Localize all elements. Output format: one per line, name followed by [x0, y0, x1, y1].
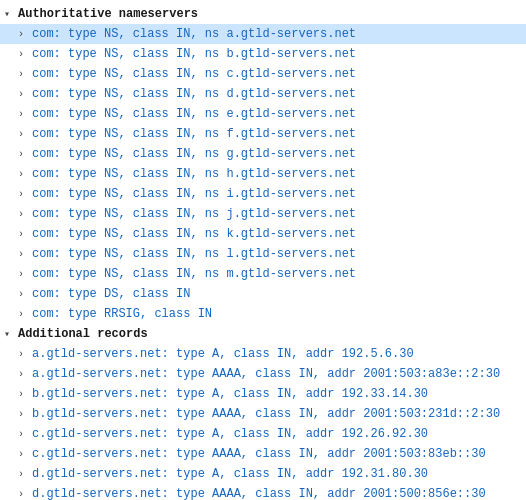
list-item[interactable]: › com: type NS, class IN, ns k.gtld-serv…	[0, 224, 526, 244]
row-text: com: type NS, class IN, ns e.gtld-server…	[32, 105, 356, 123]
additional-label: Additional records	[18, 325, 148, 343]
row-text: com: type NS, class IN, ns l.gtld-server…	[32, 245, 356, 263]
row-toggle[interactable]: ›	[18, 207, 32, 222]
row-text: com: type NS, class IN, ns c.gtld-server…	[32, 65, 356, 83]
list-item[interactable]: › b.gtld-servers.net: type AAAA, class I…	[0, 404, 526, 424]
authoritative-section[interactable]: ▾ Authoritative nameservers	[0, 4, 526, 24]
row-text: com: type NS, class IN, ns h.gtld-server…	[32, 165, 356, 183]
row-toggle[interactable]: ›	[18, 387, 32, 402]
authoritative-children: › com: type NS, class IN, ns a.gtld-serv…	[0, 24, 526, 324]
dns-tree: ▾ Authoritative nameservers › com: type …	[0, 0, 526, 500]
row-text: c.gtld-servers.net: type A, class IN, ad…	[32, 425, 428, 443]
row-text: com: type NS, class IN, ns g.gtld-server…	[32, 145, 356, 163]
row-text: com: type NS, class IN, ns i.gtld-server…	[32, 185, 356, 203]
row-toggle[interactable]: ›	[18, 67, 32, 82]
list-item[interactable]: › a.gtld-servers.net: type AAAA, class I…	[0, 364, 526, 384]
row-toggle[interactable]: ›	[18, 447, 32, 462]
row-toggle[interactable]: ›	[18, 367, 32, 382]
row-text: com: type NS, class IN, ns a.gtld-server…	[32, 25, 356, 43]
row-toggle[interactable]: ›	[18, 227, 32, 242]
list-item[interactable]: › com: type NS, class IN, ns f.gtld-serv…	[0, 124, 526, 144]
list-item[interactable]: › com: type NS, class IN, ns d.gtld-serv…	[0, 84, 526, 104]
row-text: com: type DS, class IN	[32, 285, 190, 303]
list-item[interactable]: › com: type NS, class IN, ns a.gtld-serv…	[0, 24, 526, 44]
list-item[interactable]: › c.gtld-servers.net: type AAAA, class I…	[0, 444, 526, 464]
row-toggle[interactable]: ›	[18, 487, 32, 501]
additional-section[interactable]: ▾ Additional records	[0, 324, 526, 344]
row-text: com: type NS, class IN, ns k.gtld-server…	[32, 225, 356, 243]
list-item[interactable]: › com: type RRSIG, class IN	[0, 304, 526, 324]
list-item[interactable]: › c.gtld-servers.net: type A, class IN, …	[0, 424, 526, 444]
authoritative-toggle[interactable]: ▾	[4, 7, 18, 22]
row-toggle[interactable]: ›	[18, 187, 32, 202]
row-toggle[interactable]: ›	[18, 47, 32, 62]
row-text: d.gtld-servers.net: type AAAA, class IN,…	[32, 485, 486, 500]
list-item[interactable]: › com: type NS, class IN, ns i.gtld-serv…	[0, 184, 526, 204]
list-item[interactable]: › com: type NS, class IN, ns b.gtld-serv…	[0, 44, 526, 64]
row-toggle[interactable]: ›	[18, 107, 32, 122]
row-toggle[interactable]: ›	[18, 267, 32, 282]
row-toggle[interactable]: ›	[18, 347, 32, 362]
additional-toggle[interactable]: ▾	[4, 327, 18, 342]
row-text: com: type NS, class IN, ns b.gtld-server…	[32, 45, 356, 63]
row-text: com: type NS, class IN, ns j.gtld-server…	[32, 205, 356, 223]
row-text: com: type RRSIG, class IN	[32, 305, 212, 323]
authoritative-label: Authoritative nameservers	[18, 5, 198, 23]
row-toggle[interactable]: ›	[18, 127, 32, 142]
row-toggle[interactable]: ›	[18, 147, 32, 162]
additional-children: › a.gtld-servers.net: type A, class IN, …	[0, 344, 526, 500]
list-item[interactable]: › com: type NS, class IN, ns c.gtld-serv…	[0, 64, 526, 84]
row-toggle[interactable]: ›	[18, 307, 32, 322]
row-toggle[interactable]: ›	[18, 407, 32, 422]
list-item[interactable]: › com: type NS, class IN, ns g.gtld-serv…	[0, 144, 526, 164]
list-item[interactable]: › d.gtld-servers.net: type AAAA, class I…	[0, 484, 526, 500]
list-item[interactable]: › com: type NS, class IN, ns j.gtld-serv…	[0, 204, 526, 224]
row-text: a.gtld-servers.net: type AAAA, class IN,…	[32, 365, 500, 383]
row-toggle[interactable]: ›	[18, 287, 32, 302]
list-item[interactable]: › b.gtld-servers.net: type A, class IN, …	[0, 384, 526, 404]
row-toggle[interactable]: ›	[18, 247, 32, 262]
row-toggle[interactable]: ›	[18, 87, 32, 102]
list-item[interactable]: › com: type NS, class IN, ns l.gtld-serv…	[0, 244, 526, 264]
list-item[interactable]: › com: type NS, class IN, ns e.gtld-serv…	[0, 104, 526, 124]
list-item[interactable]: › a.gtld-servers.net: type A, class IN, …	[0, 344, 526, 364]
row-text: a.gtld-servers.net: type A, class IN, ad…	[32, 345, 414, 363]
row-text: com: type NS, class IN, ns d.gtld-server…	[32, 85, 356, 103]
row-toggle[interactable]: ›	[18, 27, 32, 42]
row-toggle[interactable]: ›	[18, 167, 32, 182]
row-text: com: type NS, class IN, ns m.gtld-server…	[32, 265, 356, 283]
row-text: b.gtld-servers.net: type AAAA, class IN,…	[32, 405, 500, 423]
row-text: com: type NS, class IN, ns f.gtld-server…	[32, 125, 356, 143]
row-toggle[interactable]: ›	[18, 427, 32, 442]
list-item[interactable]: › d.gtld-servers.net: type A, class IN, …	[0, 464, 526, 484]
list-item[interactable]: › com: type NS, class IN, ns m.gtld-serv…	[0, 264, 526, 284]
row-text: c.gtld-servers.net: type AAAA, class IN,…	[32, 445, 486, 463]
row-toggle[interactable]: ›	[18, 467, 32, 482]
row-text: b.gtld-servers.net: type A, class IN, ad…	[32, 385, 428, 403]
list-item[interactable]: › com: type NS, class IN, ns h.gtld-serv…	[0, 164, 526, 184]
row-text: d.gtld-servers.net: type A, class IN, ad…	[32, 465, 428, 483]
list-item[interactable]: › com: type DS, class IN	[0, 284, 526, 304]
